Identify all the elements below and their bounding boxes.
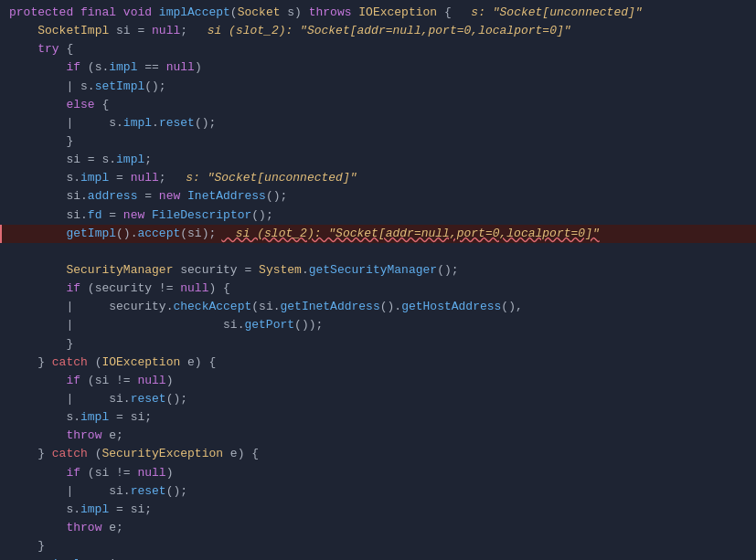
type: Socket — [238, 4, 281, 22]
code-text: == — [137, 58, 165, 77]
code-text — [9, 22, 37, 40]
pipe: | — [66, 390, 80, 408]
code-text: ; — [144, 151, 152, 169]
pipe: | — [66, 114, 80, 132]
code-text: si. — [80, 316, 244, 334]
type: IOException — [101, 354, 180, 372]
code-text: ) — [166, 372, 174, 390]
code-line: si.fd = new FileDescriptor(); — [0, 206, 756, 225]
code-text: . — [302, 261, 309, 280]
keyword: null — [152, 22, 180, 40]
code-text: security. — [80, 298, 173, 316]
code-text — [9, 427, 66, 445]
code-text: (); — [266, 187, 287, 206]
code-text: } — [9, 132, 73, 151]
function-call: setImpl — [95, 78, 145, 96]
code-line: s.impl = si; — [0, 501, 756, 519]
code-text: si = — [109, 22, 152, 40]
code-line: s.impl = si; — [0, 408, 756, 427]
code-text: si. — [9, 206, 88, 225]
code-line: } — [0, 132, 756, 151]
keyword: null — [137, 372, 165, 390]
constructor-call: InetAddress — [187, 187, 266, 206]
code-text: si. — [80, 390, 131, 408]
keyword: if — [66, 280, 87, 298]
code-text: s. — [9, 555, 52, 560]
property: address — [88, 187, 138, 206]
code-text: (si); — [180, 225, 216, 243]
code-text — [9, 482, 66, 501]
keyword: null — [131, 169, 159, 187]
keyword: else — [66, 96, 94, 114]
property: impl — [80, 169, 109, 187]
keyword: throw — [66, 519, 101, 537]
function-call: getHostAddress — [401, 298, 501, 316]
code-text: s. — [9, 408, 80, 427]
code-text: ; — [159, 169, 166, 187]
keyword: null — [180, 280, 208, 298]
code-line: | si.reset(); — [0, 482, 756, 501]
code-text: si. — [80, 482, 131, 501]
code-text: (); — [166, 482, 187, 501]
code-text: = si; — [109, 501, 152, 519]
function-call: reset — [159, 114, 195, 132]
keyword: try — [37, 40, 59, 58]
inline-comment: si (slot_2): "Socket[addr=null,port=0,lo… — [193, 22, 570, 40]
pipe: | — [66, 482, 80, 501]
code-text — [9, 40, 37, 58]
code-text: = si; — [80, 555, 123, 560]
code-line: SecurityManager security = System.getSec… — [0, 261, 756, 280]
code-text — [9, 390, 66, 408]
highlighted-code-line: getImpl().accept(si); si (slot_2): "Sock… — [0, 225, 756, 243]
code-text: ( — [95, 354, 102, 372]
pipe: | — [66, 78, 80, 96]
code-text: ( — [95, 445, 102, 463]
code-line: } — [0, 335, 756, 354]
code-line: protected final void implAccept(Socket s… — [0, 4, 756, 22]
code-line: | s.impl.reset(); — [0, 114, 756, 132]
code-line: | si.getPort()); — [0, 316, 756, 334]
code-text: s. — [9, 501, 80, 519]
code-editor: protected final void implAccept(Socket s… — [0, 0, 756, 560]
code-text: (s. — [88, 58, 109, 77]
type: IOException — [358, 4, 437, 22]
inline-comment-underlined: si (slot_2): "Socket[addr=null,port=0,lo… — [221, 225, 599, 243]
code-text: = — [101, 206, 122, 225]
code-text: (), — [501, 298, 522, 316]
code-line: if (security != null) { — [0, 280, 756, 298]
code-text — [9, 298, 66, 316]
code-text: (si != — [88, 464, 138, 482]
code-line: si.address = new InetAddress(); — [0, 187, 756, 206]
property: impl — [109, 58, 137, 77]
function-call: checkAccept — [173, 298, 251, 316]
code-text — [9, 261, 66, 280]
code-text — [9, 225, 66, 243]
property: impl — [116, 151, 144, 169]
code-text — [9, 464, 66, 482]
type: SocketImpl — [37, 22, 109, 40]
keyword: throw — [66, 427, 101, 445]
code-text: s) — [280, 4, 308, 22]
code-text: e; — [101, 427, 122, 445]
code-text — [9, 96, 66, 114]
code-text — [9, 78, 66, 96]
code-text: s. — [9, 169, 80, 187]
code-text — [9, 316, 66, 334]
code-text: (si. — [251, 298, 280, 316]
keyword: if — [66, 464, 87, 482]
code-line: si = s.impl; — [0, 151, 756, 169]
code-line: else { — [0, 96, 756, 114]
keyword: if — [66, 58, 87, 77]
code-text — [9, 58, 66, 77]
keyword: new — [159, 187, 187, 206]
keyword: null — [137, 464, 165, 482]
code-text: . — [152, 114, 159, 132]
code-text: ) — [166, 464, 174, 482]
code-text: = — [109, 169, 130, 187]
property: impl — [52, 555, 80, 560]
code-text: (); — [251, 206, 272, 225]
code-line: SocketImpl si = null; si (slot_2): "Sock… — [0, 22, 756, 40]
keyword: protected — [9, 4, 80, 22]
code-text: e) { — [223, 445, 259, 463]
code-text: } — [9, 445, 52, 463]
